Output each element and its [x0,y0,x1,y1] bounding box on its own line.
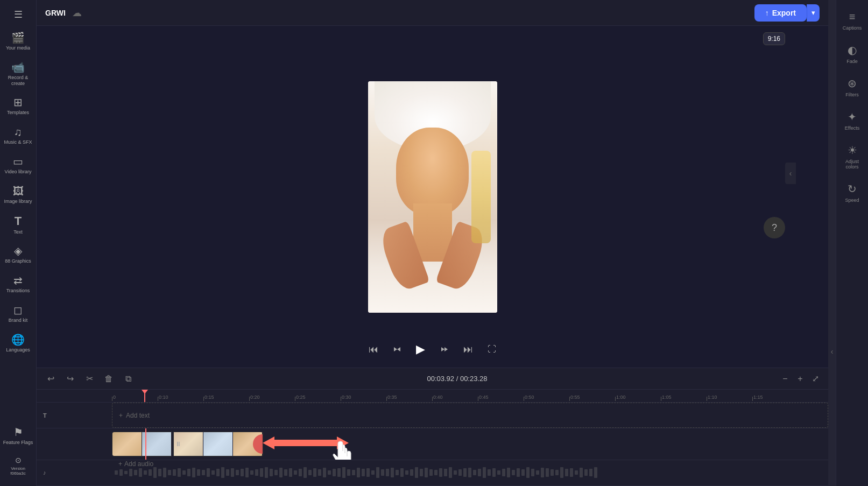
speed-label: Speed [845,198,859,203]
right-panel-item-speed[interactable]: ↻ Speed [837,178,867,207]
cloud-save-icon[interactable]: ☁ [72,7,82,19]
project-title[interactable]: GRWI [45,9,66,17]
video-clip-2[interactable]: ⏸ [173,432,263,456]
effects-label: Effects [845,125,859,131]
export-dropdown-button[interactable]: ▾ [807,4,820,22]
fullscreen-button[interactable]: ⛶ [483,341,500,358]
play-button[interactable]: ▶ [412,341,429,358]
audio-track-icon: ♪ [43,469,46,476]
zoom-in-button[interactable]: + [794,372,807,385]
sidebar-item-brand-kit[interactable]: ◻ Brand kit [0,299,36,329]
duplicate-button[interactable]: ⧉ [121,371,136,386]
video-frame [368,81,497,313]
add-text-area[interactable]: + Add text [112,403,828,428]
export-upload-icon: ↑ [765,9,769,17]
skip-to-end-button[interactable]: ⏭ [460,341,477,358]
zoom-out-button[interactable]: − [779,372,792,385]
delete-button[interactable]: 🗑 [101,371,116,386]
filters-icon: ⊛ [848,77,857,90]
captions-label: Captions [843,25,862,31]
sidebar-item-feature-flags[interactable]: ⚑ Feature Flags [1,421,36,451]
preview-face [396,128,468,215]
right-panel-collapse-toggle[interactable]: ‹ [828,0,836,486]
sidebar-header: ☰ [0,4,36,27]
sidebar-bottom: ⚑ Feature Flags ⊙ Versionf06ba3c [1,421,36,482]
fade-icon: ◐ [848,44,857,57]
audio-track: ♪ // Generate waveform bars inline const… [37,460,828,486]
templates-icon: ⊞ [13,97,23,108]
video-track-content[interactable]: ⏸ [112,428,828,459]
rewind-button[interactable] [389,341,406,358]
preview-area: 9:16 ⏮ [37,26,828,368]
sidebar-item-languages[interactable]: 🌐 Languages [0,329,36,358]
sidebar-item-transitions[interactable]: ⇄ Transitions [0,270,36,299]
svg-rect-2 [272,440,339,446]
tick-55: 1:00 [615,390,661,401]
fast-forward-button[interactable] [436,341,453,358]
sidebar-item-record[interactable]: 📹 Record &create [0,57,36,92]
right-panel-item-adjust-colors[interactable]: ☀ Adjust colors [837,139,867,174]
sidebar-item-label: Text [13,229,23,235]
redo-button[interactable]: ↪ [62,371,77,386]
sidebar-item-templates[interactable]: ⊞ Templates [0,91,36,121]
text-icon: T [15,215,22,227]
effects-icon: ✦ [848,110,857,123]
sidebar-item-label: Templates [7,110,29,116]
sidebar-item-video-library[interactable]: ▭ Video library [0,151,36,180]
export-button-group: ↑ Export ▾ [754,4,820,22]
tick-20: 0:25 [295,390,341,401]
right-panel-item-filters[interactable]: ⊛ Filters [837,73,867,102]
help-button[interactable]: ? [764,217,785,238]
sidebar-item-music[interactable]: ♫ Music & SFX [0,121,36,151]
export-button[interactable]: ↑ Export [754,4,807,22]
video-clip-1[interactable] [112,432,172,456]
tick-25: 0:30 [341,390,386,401]
waveform-visualization: // Generate waveform bars inline const w… [112,460,828,485]
undo-button[interactable]: ↩ [43,371,58,386]
sidebar-item-label: Languages [6,347,30,353]
sidebar-item-label: Image library [4,199,32,205]
right-panel-item-fade[interactable]: ◐ Fade [837,39,867,68]
sidebar-item-label: Brand kit [9,318,28,323]
right-panel: ≡ Captions ◐ Fade ⊛ Filters ✦ Effects ☀ … [836,0,868,486]
collapse-right-panel-button[interactable]: ‹ [785,163,796,184]
skip-to-start-button[interactable]: ⏮ [365,341,382,358]
audio-track-content[interactable]: // Generate waveform bars inline const w… [112,460,828,485]
bidirectional-arrow-svg [252,428,359,459]
text-track-label: T [37,412,112,419]
sidebar-item-label: Feature Flags [3,440,33,446]
feature-flags-icon: ⚑ [13,427,23,438]
media-icon: 🎬 [11,32,25,43]
right-panel-item-captions[interactable]: ≡ Captions [837,6,867,35]
sidebar-item-graphics[interactable]: ◈ 88 Graphics [0,240,36,270]
timeline-toolbar: ↩ ↪ ✂ 🗑 ⧉ 00:03.92 / 00:23.28 − + ⤢ [37,368,828,390]
brand-kit-icon: ◻ [13,305,23,315]
transitions-icon: ⇄ [13,275,23,286]
export-label: Export [772,9,796,17]
sidebar-item-text[interactable]: T Text [0,210,36,241]
tick-15: 0:20 [249,390,295,401]
version-icon: ⊙ [15,456,22,464]
sidebar-item-your-media[interactable]: 🎬 Your media [0,27,36,57]
add-text-plus: + [119,412,123,419]
main-content: GRWI ☁ ↑ Export ▾ 9:16 [37,0,828,486]
cut-button[interactable]: ✂ [82,371,97,386]
tick-5: 0:10 [158,390,203,401]
hamburger-icon[interactable]: ☰ [14,9,23,20]
languages-icon: 🌐 [11,334,25,345]
arrow-annotation [252,428,359,459]
text-track-icon: T [43,412,47,419]
add-text-label: Add text [126,412,150,419]
tick-35: 0:40 [432,390,478,401]
sidebar-item-image-library[interactable]: 🖼 Image library [0,180,36,210]
playhead-triangle [142,390,148,394]
zoom-fit-button[interactable]: ⤢ [809,372,822,385]
tick-0: 0 [112,390,158,401]
svg-marker-1 [337,436,349,449]
tick-65: 1:10 [707,390,752,401]
right-panel-item-effects[interactable]: ✦ Effects [837,106,867,135]
sidebar-item-version[interactable]: ⊙ Versionf06ba3c [1,451,36,482]
text-track-content[interactable]: + Add text [112,403,828,428]
sidebar-item-label: Transitions [6,288,30,294]
topbar: GRWI ☁ ↑ Export ▾ [37,0,828,26]
